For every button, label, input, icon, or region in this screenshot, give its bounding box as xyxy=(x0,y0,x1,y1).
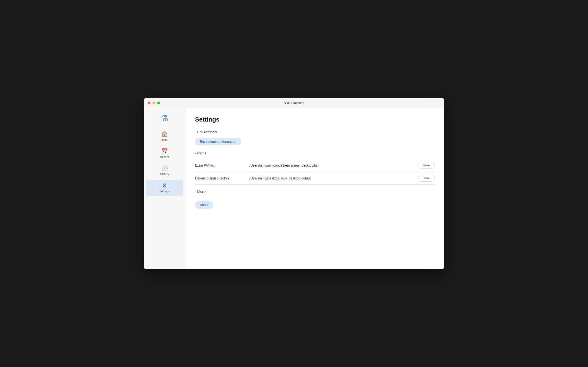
extra-paths-row: Extra PATHs: Save xyxy=(195,159,435,172)
paths-section: - Paths Extra PATHs: Save Default output… xyxy=(195,151,435,185)
window-controls xyxy=(148,101,160,104)
history-icon: 🕐 xyxy=(162,165,168,172)
maximize-button[interactable] xyxy=(157,101,160,104)
output-dir-save-button[interactable]: Save xyxy=(418,175,435,182)
paths-list: Extra PATHs: Save Default output directo… xyxy=(195,159,435,185)
extra-paths-label: Extra PATHs: xyxy=(195,164,247,167)
sidebar-item-settings-label: Settings xyxy=(159,190,170,193)
environment-section-header: - Environment xyxy=(195,130,435,134)
extra-paths-input[interactable] xyxy=(247,163,415,168)
about-button[interactable]: About xyxy=(195,201,213,209)
extra-paths-save-button[interactable]: Save xyxy=(418,162,435,169)
recent-icon: 📅 xyxy=(162,148,168,154)
environment-section: - Environment Environment Information xyxy=(195,130,435,145)
page-title: Settings xyxy=(195,116,435,123)
sidebar: ⚗ 🏠 Home 📅 Recent 🕐 History ⚙ Settings xyxy=(144,108,186,269)
minimize-button[interactable] xyxy=(152,101,155,104)
more-section-header: - More xyxy=(195,190,435,193)
app-window: ARGs Desktop ⚗ 🏠 Home 📅 Recent 🕐 History… xyxy=(144,98,444,269)
sidebar-item-settings[interactable]: ⚙ Settings xyxy=(146,180,183,196)
app-logo-icon: ⚗ xyxy=(161,113,168,123)
sidebar-item-recent-label: Recent xyxy=(160,155,169,159)
environment-information-button[interactable]: Environment Information xyxy=(195,138,241,145)
window-title: ARGs Desktop xyxy=(284,101,304,105)
output-dir-row: Default output directory: Save xyxy=(195,172,435,185)
main-content: Settings - Environment Environment Infor… xyxy=(186,108,444,269)
output-dir-input[interactable] xyxy=(247,175,415,181)
home-icon: 🏠 xyxy=(162,131,168,137)
sidebar-item-history[interactable]: 🕐 History xyxy=(146,163,183,179)
more-section: - More About xyxy=(195,190,435,209)
app-body: ⚗ 🏠 Home 📅 Recent 🕐 History ⚙ Settings S… xyxy=(144,108,444,269)
sidebar-item-home-label: Home xyxy=(161,138,168,142)
settings-icon: ⚙ xyxy=(162,183,167,189)
sidebar-item-home[interactable]: 🏠 Home xyxy=(146,128,183,144)
sidebar-item-recent[interactable]: 📅 Recent xyxy=(146,145,183,162)
close-button[interactable] xyxy=(148,101,150,104)
output-dir-label: Default output directory: xyxy=(195,176,247,180)
sidebar-item-history-label: History xyxy=(160,173,169,176)
paths-section-header: - Paths xyxy=(195,151,435,155)
titlebar: ARGs Desktop xyxy=(144,98,444,108)
